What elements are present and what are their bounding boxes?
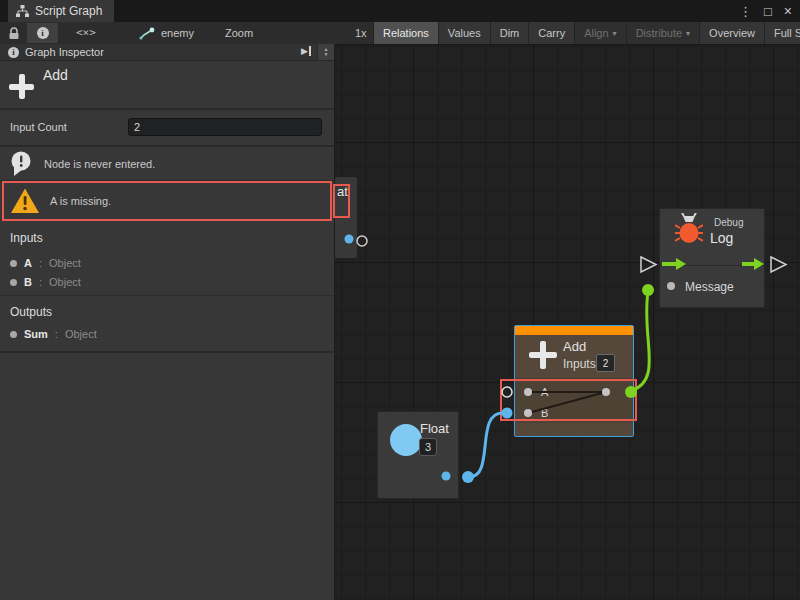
node-subtitle: Inputs: [563, 357, 596, 371]
toolbar-buttons: Relations Values Dim Carry Align ▾ Distr…: [373, 22, 800, 44]
tab-label: Script Graph: [35, 4, 102, 18]
divider: [0, 295, 334, 296]
divider: [0, 351, 334, 353]
node-float[interactable]: Float 3: [377, 411, 459, 499]
node-debug-log[interactable]: Debug Log Message: [659, 208, 765, 308]
port-dot-icon: [10, 331, 17, 338]
chevron-down-icon: ▾: [613, 29, 617, 38]
message-row: Node is never entered.: [0, 147, 334, 181]
graph-reference-icon: [139, 27, 155, 40]
titlebar: Script Graph ⋮ □ ×: [0, 0, 800, 22]
port-row-b[interactable]: B : Object: [10, 276, 81, 288]
info-circle-icon: i: [8, 47, 19, 58]
zoom-value: 1x: [355, 27, 367, 39]
carry-button[interactable]: Carry: [528, 22, 574, 44]
distribute-button[interactable]: Distribute ▾: [626, 22, 699, 44]
node-title: Float: [420, 421, 449, 436]
dock-icon[interactable]: ▶: [301, 46, 311, 56]
unity-script-graph-window: Script Graph ⋮ □ × i <×> enemy Zoom 1x R: [0, 0, 800, 600]
window-controls: ⋮ □ ×: [739, 0, 792, 22]
float-value-field[interactable]: 3: [419, 438, 437, 456]
zoom-label: Zoom: [225, 27, 253, 39]
bug-icon: [675, 213, 703, 247]
graph-canvas[interactable]: [335, 45, 800, 600]
port-dot-icon: [10, 279, 17, 286]
node-header-bar: [515, 326, 633, 335]
values-button[interactable]: Values: [438, 22, 490, 44]
warning-highlight-box: [2, 181, 332, 221]
scroll-spinner[interactable]: ▲ ▼: [317, 44, 334, 60]
port-type: Object: [49, 276, 81, 288]
port-type: Object: [49, 257, 81, 269]
port-row-sum[interactable]: Sum : Object: [10, 328, 97, 340]
graph-inspector-panel: i Graph Inspector ▶ ▲ ▼ Add Input Count …: [0, 44, 335, 600]
input-count-field[interactable]: [128, 118, 322, 136]
port-separator: :: [39, 276, 42, 288]
overflow-menu-icon[interactable]: ⋮: [739, 4, 752, 19]
code-icon[interactable]: <×>: [76, 26, 96, 39]
message-text: Node is never entered.: [44, 158, 155, 170]
tab-script-graph[interactable]: Script Graph: [8, 0, 114, 22]
full-screen-button[interactable]: Full Screen: [764, 22, 800, 44]
error-highlight-box: [500, 379, 637, 421]
input-count-label: Input Count: [10, 121, 67, 133]
close-icon[interactable]: ×: [784, 3, 792, 19]
inspector-toggle-button[interactable]: i: [27, 23, 58, 43]
node-title: Add: [563, 339, 586, 354]
overview-button[interactable]: Overview: [699, 22, 764, 44]
script-graph-tab-icon: [16, 5, 29, 17]
error-highlight-box: [333, 184, 350, 218]
toolbar: i <×> enemy Zoom 1x Relations Values Dim…: [0, 22, 800, 45]
divider: [0, 108, 334, 110]
relations-button[interactable]: Relations: [373, 22, 438, 44]
node-title: Log: [710, 230, 733, 246]
maximize-icon[interactable]: □: [764, 4, 772, 19]
float-type-icon: [390, 424, 422, 456]
info-icon: i: [37, 27, 49, 39]
outputs-header: Outputs: [10, 305, 52, 319]
port-separator: :: [39, 257, 42, 269]
plus-icon: [19, 74, 25, 99]
panel-title: Graph Inspector: [25, 46, 104, 58]
chevron-down-icon: ▾: [686, 29, 690, 38]
port-name: Sum: [24, 328, 48, 340]
port-row-a[interactable]: A : Object: [10, 257, 81, 269]
graph-name-label[interactable]: enemy: [161, 27, 194, 39]
align-button[interactable]: Align ▾: [574, 22, 625, 44]
message-port-label: Message: [685, 280, 734, 294]
inputs-header: Inputs: [10, 231, 43, 245]
plus-icon: [540, 341, 546, 369]
inspected-node-title: Add: [43, 67, 68, 83]
lock-icon[interactable]: [8, 27, 20, 40]
speech-bubble-icon: [10, 151, 34, 177]
divider: [660, 265, 764, 266]
port-dot-icon: [10, 260, 17, 267]
port-name: B: [24, 276, 32, 288]
node-category: Debug: [714, 217, 743, 228]
input-count-badge[interactable]: 2: [596, 354, 615, 372]
port-name: A: [24, 257, 32, 269]
spinner-down-icon[interactable]: ▼: [324, 52, 329, 57]
dim-button[interactable]: Dim: [490, 22, 529, 44]
panel-header: i Graph Inspector ▶ ▲ ▼: [0, 44, 334, 61]
port-type: Object: [65, 328, 97, 340]
port-separator: :: [55, 328, 58, 340]
